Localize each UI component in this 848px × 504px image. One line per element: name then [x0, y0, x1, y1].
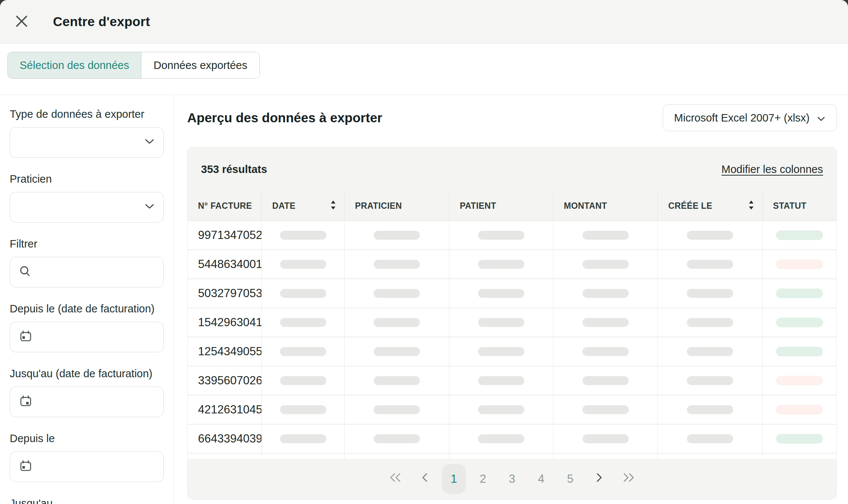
placeholder-pill	[582, 260, 629, 269]
placeholder-cell	[449, 279, 553, 308]
table-row: 9971347052	[188, 221, 836, 250]
placeholder-pill	[478, 260, 524, 269]
placeholder-cell	[345, 279, 449, 308]
invoice-number-cell: 6643394039	[188, 425, 262, 453]
search-input[interactable]	[10, 257, 164, 287]
placeholder-pill	[687, 405, 733, 414]
placeholder-cell	[345, 308, 449, 337]
page-number-button[interactable]: 4	[529, 464, 553, 494]
field-group-until: Jusqu'au	[10, 497, 164, 504]
chevron-down-icon	[817, 112, 825, 124]
status-badge-green	[776, 230, 823, 240]
until-billing-date-input[interactable]	[10, 387, 164, 417]
next-page-button[interactable]	[587, 464, 611, 494]
placeholder-pill	[478, 434, 524, 443]
placeholder-pill	[280, 231, 326, 240]
placeholder-pill	[478, 231, 524, 240]
placeholder-pill	[478, 405, 524, 414]
invoice-number-cell: 4212631045	[188, 396, 262, 424]
placeholder-cell	[262, 308, 345, 337]
placeholder-cell	[553, 279, 658, 308]
placeholder-pill	[374, 318, 420, 327]
column-header-label: PATIENT	[460, 201, 496, 211]
status-cell	[763, 250, 836, 278]
status-cell	[763, 308, 836, 337]
type-label: Type de données à exporter	[10, 108, 164, 120]
placeholder-pill	[478, 347, 524, 356]
field-group-praticien: Praticien	[10, 173, 164, 223]
column-header: PATIENT	[449, 191, 553, 221]
export-format-select[interactable]: Microsoft Excel 2007+ (xlsx)	[663, 104, 837, 131]
placeholder-cell	[345, 396, 449, 424]
placeholder-pill	[478, 318, 524, 327]
praticien-select[interactable]	[10, 192, 164, 223]
table-row: 5448634001	[188, 250, 836, 279]
placeholder-cell	[658, 221, 763, 249]
page-number-button[interactable]: 3	[500, 464, 524, 494]
until-billing-label: Jusqu'au (date de facturation)	[10, 367, 164, 380]
until-label: Jusqu'au	[10, 497, 164, 504]
column-header-label: PRATICIEN	[355, 201, 402, 211]
placeholder-cell	[262, 221, 345, 249]
placeholder-cell	[262, 279, 345, 308]
placeholder-pill	[687, 260, 733, 269]
table-row: 3395607026	[188, 366, 836, 396]
placeholder-cell	[262, 250, 345, 278]
tab-selection-donnees[interactable]: Sélection des données	[8, 52, 141, 78]
placeholder-cell	[449, 308, 553, 337]
page-number-button[interactable]: 5	[558, 464, 582, 494]
since-billing-date-input[interactable]	[10, 322, 164, 352]
since-date-input[interactable]	[10, 451, 164, 482]
page-number-button[interactable]: 1	[442, 464, 466, 494]
tabs-bar: Sélection des données Données exportées	[0, 52, 848, 95]
placeholder-pill	[374, 231, 420, 240]
column-header-label: STATUT	[773, 201, 807, 211]
chevron-down-icon	[145, 139, 154, 146]
placeholder-cell	[449, 221, 553, 249]
double-chevron-right-icon	[621, 472, 635, 486]
placeholder-pill	[582, 434, 629, 443]
placeholder-pill	[478, 376, 524, 385]
tab-group: Sélection des données Données exportées	[7, 52, 260, 79]
tab-donnees-exportees[interactable]: Données exportées	[141, 52, 260, 78]
last-page-button[interactable]	[616, 464, 640, 494]
previous-page-button[interactable]	[413, 464, 437, 494]
placeholder-pill	[374, 405, 420, 414]
table-row: 6643394039	[188, 425, 836, 454]
placeholder-pill	[687, 289, 733, 298]
table-header-row: N° FACTURE DATE PRATICIEN PATIENT MONTAN…	[188, 191, 836, 221]
column-header-label: DATE	[272, 201, 296, 211]
since-billing-label: Depuis le (date de facturation)	[10, 302, 164, 315]
close-button[interactable]	[13, 13, 30, 30]
placeholder-pill	[478, 289, 524, 298]
page-number-button[interactable]: 2	[471, 464, 495, 494]
placeholder-pill	[280, 318, 326, 327]
first-page-button[interactable]	[384, 464, 408, 494]
placeholder-cell	[553, 308, 658, 337]
placeholder-cell	[262, 366, 345, 395]
column-header: N° FACTURE	[188, 191, 262, 221]
pagination: 12345	[188, 459, 836, 499]
placeholder-pill	[687, 231, 733, 240]
type-select[interactable]	[10, 127, 164, 158]
column-header[interactable]: DATE	[262, 191, 345, 221]
placeholder-cell	[345, 250, 449, 278]
placeholder-cell	[449, 396, 553, 424]
placeholder-cell	[262, 337, 345, 366]
since-label: Depuis le	[10, 432, 164, 445]
placeholder-cell	[658, 366, 763, 395]
content: Type de données à exporter Praticien	[0, 95, 848, 504]
placeholder-cell	[658, 396, 763, 424]
column-header[interactable]: CRÉÉE LE	[658, 191, 763, 221]
placeholder-pill	[582, 376, 629, 385]
status-badge-green	[776, 289, 823, 298]
status-cell	[763, 221, 836, 249]
placeholder-cell	[658, 250, 763, 278]
placeholder-pill	[582, 318, 629, 327]
calendar-icon	[19, 459, 32, 474]
status-badge-green	[776, 434, 823, 444]
chevron-down-icon	[145, 204, 154, 211]
chevron-right-icon	[595, 472, 604, 486]
edit-columns-link[interactable]: Modifier les colonnes	[722, 163, 823, 176]
placeholder-cell	[449, 250, 553, 278]
